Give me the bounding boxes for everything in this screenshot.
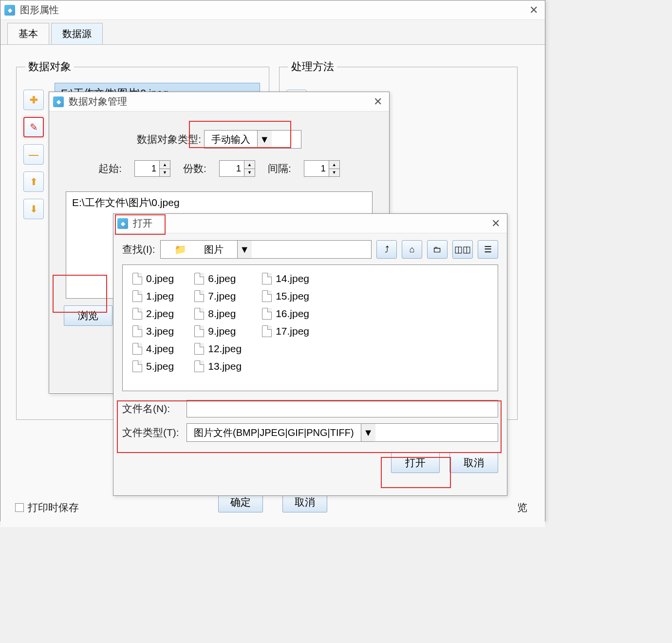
close-icon[interactable]: ✕ bbox=[526, 4, 541, 17]
file-icon bbox=[132, 273, 142, 284]
tab-datasource[interactable]: 数据源 bbox=[51, 23, 103, 44]
filename-input[interactable] bbox=[187, 400, 498, 417]
filetype-value: 图片文件(BMP|JPEG|GIF|PNG|TIFF) bbox=[187, 426, 361, 439]
chevron-down-icon[interactable]: ▼ bbox=[361, 424, 375, 441]
file-name: 0.jpeg bbox=[146, 273, 174, 284]
chevron-down-icon[interactable]: ▼ bbox=[237, 241, 252, 258]
data-objects-legend: 数据对象 bbox=[25, 59, 74, 74]
file-item[interactable]: 6.jpeg bbox=[191, 272, 244, 285]
file-open-dialog: 打开 ✕ 查找(I): 📁图片 ▼ ⤴ ⌂ 🗀 ◫◫ ☰ 0.jpeg1.jpe… bbox=[113, 213, 507, 496]
interval-label: 间隔: bbox=[268, 162, 291, 175]
file-item[interactable]: 16.jpeg bbox=[259, 307, 312, 321]
file-icon bbox=[262, 290, 272, 302]
file-item[interactable]: 1.jpeg bbox=[130, 289, 177, 303]
icon-view-button[interactable]: ◫◫ bbox=[452, 240, 473, 259]
spin-down-icon[interactable]: ▼ bbox=[159, 169, 170, 177]
lookin-value: 图片 bbox=[197, 243, 230, 256]
file-icon bbox=[194, 343, 204, 355]
file-icon bbox=[132, 343, 142, 355]
file-item[interactable]: 0.jpeg bbox=[130, 272, 177, 285]
file-name: 5.jpeg bbox=[146, 360, 174, 372]
spin-down-icon[interactable]: ▼ bbox=[329, 169, 339, 177]
file-icon bbox=[262, 273, 272, 284]
file-list[interactable]: 0.jpeg1.jpeg2.jpeg3.jpeg4.jpeg5.jpeg6.jp… bbox=[122, 265, 498, 391]
chevron-down-icon[interactable]: ▼ bbox=[257, 131, 272, 148]
filetype-label: 文件类型(T): bbox=[122, 426, 181, 439]
type-value: 手动输入 bbox=[205, 133, 257, 146]
file-item[interactable]: 4.jpeg bbox=[130, 342, 177, 356]
file-name: 16.jpeg bbox=[276, 308, 309, 320]
edit-button[interactable] bbox=[23, 117, 44, 137]
file-item[interactable]: 9.jpeg bbox=[191, 324, 244, 338]
file-item[interactable]: 8.jpeg bbox=[191, 307, 244, 321]
list-view-button[interactable]: ☰ bbox=[478, 240, 498, 259]
app-icon bbox=[53, 96, 64, 107]
titlebar-open[interactable]: 打开 ✕ bbox=[113, 214, 507, 233]
mgmt-title: 数据对象管理 bbox=[69, 95, 371, 108]
copies-input[interactable] bbox=[220, 161, 244, 176]
remove-button[interactable] bbox=[23, 144, 44, 165]
start-input[interactable] bbox=[135, 161, 159, 176]
file-icon bbox=[132, 360, 142, 372]
file-icon bbox=[132, 290, 142, 302]
file-icon bbox=[262, 325, 272, 337]
file-item[interactable]: 12.jpeg bbox=[191, 342, 244, 356]
browse-button[interactable]: 浏览 bbox=[64, 305, 112, 326]
file-name: 1.jpeg bbox=[146, 290, 174, 302]
file-item[interactable]: 15.jpeg bbox=[259, 289, 312, 303]
close-icon[interactable]: ✕ bbox=[488, 217, 503, 230]
file-item[interactable]: 5.jpeg bbox=[130, 359, 177, 373]
new-folder-button[interactable]: 🗀 bbox=[427, 240, 448, 259]
open-button[interactable]: 打开 bbox=[391, 453, 440, 473]
interval-spin[interactable]: ▲▼ bbox=[304, 160, 340, 177]
titlebar-main[interactable]: 图形属性 ✕ bbox=[0, 0, 545, 20]
home-button[interactable]: ⌂ bbox=[402, 240, 422, 259]
file-item[interactable]: 3.jpeg bbox=[130, 324, 177, 338]
file-item[interactable]: 17.jpeg bbox=[259, 324, 312, 338]
app-icon bbox=[117, 218, 128, 229]
spin-up-icon[interactable]: ▲ bbox=[159, 161, 170, 169]
titlebar-mgmt[interactable]: 数据对象管理 ✕ bbox=[49, 92, 389, 112]
file-name: 15.jpeg bbox=[276, 290, 309, 302]
move-up-button[interactable] bbox=[23, 171, 44, 192]
file-name: 9.jpeg bbox=[208, 325, 236, 337]
type-label: 数据对象类型: bbox=[137, 133, 201, 145]
copies-spin[interactable]: ▲▼ bbox=[219, 160, 255, 177]
file-name: 7.jpeg bbox=[208, 290, 236, 302]
file-icon bbox=[194, 360, 204, 372]
file-name: 2.jpeg bbox=[146, 308, 174, 320]
filetype-combo[interactable]: 图片文件(BMP|JPEG|GIF|PNG|TIFF) ▼ bbox=[187, 423, 498, 442]
type-combo[interactable]: 手动输入 ▼ bbox=[204, 130, 301, 149]
spin-up-icon[interactable]: ▲ bbox=[244, 161, 255, 169]
file-item[interactable]: 14.jpeg bbox=[259, 272, 312, 285]
start-label: 起始: bbox=[98, 162, 122, 175]
up-folder-button[interactable]: ⤴ bbox=[376, 240, 397, 259]
file-item[interactable]: 7.jpeg bbox=[191, 289, 244, 303]
lookin-combo[interactable]: 📁图片 ▼ bbox=[160, 240, 372, 259]
close-icon[interactable]: ✕ bbox=[371, 95, 385, 108]
window-title: 图形属性 bbox=[20, 3, 526, 17]
add-button[interactable] bbox=[23, 90, 44, 110]
spin-down-icon[interactable]: ▼ bbox=[244, 169, 255, 177]
tab-basic[interactable]: 基本 bbox=[7, 23, 49, 44]
lookin-label: 查找(I): bbox=[122, 243, 155, 256]
open-title: 打开 bbox=[133, 217, 488, 230]
file-item[interactable]: 2.jpeg bbox=[130, 307, 177, 321]
file-name: 13.jpeg bbox=[208, 360, 242, 372]
save-on-print-checkbox[interactable] bbox=[15, 503, 24, 512]
copies-label: 份数: bbox=[183, 162, 206, 175]
file-name: 4.jpeg bbox=[146, 343, 174, 355]
save-on-print-label: 打印时保存 bbox=[28, 501, 79, 514]
file-icon bbox=[194, 308, 204, 320]
file-icon bbox=[132, 308, 142, 320]
preview-button-fragment[interactable]: 览 bbox=[517, 501, 527, 514]
interval-input[interactable] bbox=[304, 161, 329, 176]
cancel-button[interactable]: 取消 bbox=[449, 453, 498, 473]
tab-bar: 基本 数据源 bbox=[0, 20, 545, 45]
move-down-button[interactable] bbox=[23, 199, 44, 219]
spin-up-icon[interactable]: ▲ bbox=[329, 161, 339, 169]
file-icon bbox=[194, 290, 204, 302]
file-item[interactable]: 13.jpeg bbox=[191, 359, 244, 373]
file-icon bbox=[194, 273, 204, 284]
start-spin[interactable]: ▲▼ bbox=[134, 160, 170, 177]
